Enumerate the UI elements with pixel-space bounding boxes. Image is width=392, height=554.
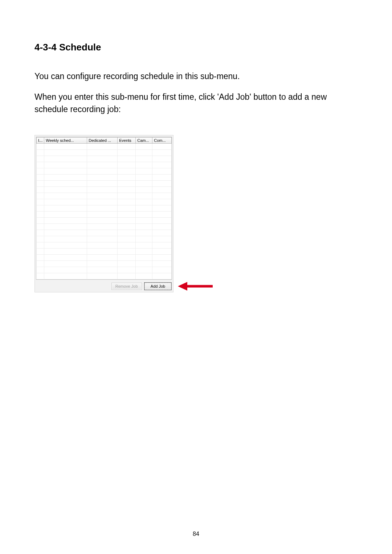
table-cell: [152, 267, 172, 273]
table-cell: [87, 150, 118, 156]
table-cell: [37, 273, 44, 279]
page-number: 84: [0, 531, 392, 537]
col-header-weekly[interactable]: Weekly sched...: [44, 138, 87, 144]
table-cell: [118, 162, 136, 168]
table-cell: [87, 168, 118, 175]
table-cell: [152, 150, 172, 156]
col-header-com[interactable]: Com...: [152, 138, 172, 144]
table-cell: [87, 162, 118, 168]
table-cell: [118, 249, 136, 255]
table-cell: [44, 156, 87, 162]
table-cell: [37, 267, 44, 273]
table-cell: [87, 255, 118, 261]
table-cell: [118, 144, 136, 150]
table-cell: [152, 193, 172, 199]
table-cell: [37, 199, 44, 205]
table-row: [37, 144, 172, 150]
schedule-table: I... Weekly sched... Dedicated ... Event…: [36, 137, 172, 279]
table-cell: [37, 175, 44, 181]
table-cell: [44, 150, 87, 156]
table-cell: [37, 230, 44, 236]
table-row: [37, 150, 172, 156]
table-cell: [44, 199, 87, 205]
table-cell: [118, 261, 136, 267]
table-row: [37, 267, 172, 273]
table-cell: [136, 144, 152, 150]
table-cell: [152, 273, 172, 279]
table-cell: [136, 199, 152, 205]
table-cell: [44, 205, 87, 212]
table-cell: [87, 242, 118, 249]
table-cell: [44, 242, 87, 249]
table-cell: [136, 224, 152, 230]
table-cell: [152, 187, 172, 193]
table-cell: [136, 193, 152, 199]
table-cell: [44, 267, 87, 273]
table-cell: [118, 150, 136, 156]
table-cell: [136, 218, 152, 224]
col-header-cam[interactable]: Cam...: [136, 138, 152, 144]
table-row: [37, 181, 172, 187]
table-cell: [136, 236, 152, 242]
table-cell: [136, 249, 152, 255]
svg-marker-1: [178, 282, 187, 291]
table-row: [37, 187, 172, 193]
table-cell: [37, 218, 44, 224]
table-cell: [44, 249, 87, 255]
table-cell: [44, 224, 87, 230]
table-cell: [87, 193, 118, 199]
table-row: [37, 255, 172, 261]
table-cell: [136, 261, 152, 267]
table-cell: [87, 236, 118, 242]
table-row: [37, 218, 172, 224]
table-cell: [152, 230, 172, 236]
table-cell: [44, 212, 87, 218]
table-cell: [118, 168, 136, 175]
table-cell: [44, 175, 87, 181]
table-cell: [44, 168, 87, 175]
table-cell: [118, 187, 136, 193]
table-cell: [118, 218, 136, 224]
table-cell: [136, 168, 152, 175]
table-cell: [37, 255, 44, 261]
table-cell: [136, 267, 152, 273]
table-row: [37, 193, 172, 199]
table-row: [37, 168, 172, 175]
col-header-dedicated[interactable]: Dedicated ...: [87, 138, 118, 144]
table-cell: [87, 156, 118, 162]
section-heading: 4-3-4 Schedule: [34, 42, 358, 53]
col-header-index[interactable]: I...: [37, 138, 44, 144]
table-cell: [37, 249, 44, 255]
table-row: [37, 273, 172, 279]
table-cell: [87, 212, 118, 218]
table-cell: [87, 261, 118, 267]
table-cell: [152, 162, 172, 168]
table-cell: [152, 255, 172, 261]
table-cell: [87, 199, 118, 205]
table-cell: [152, 205, 172, 212]
table-cell: [37, 168, 44, 175]
table-cell: [37, 187, 44, 193]
table-cell: [87, 273, 118, 279]
table-row: [37, 162, 172, 168]
add-job-button[interactable]: Add Job: [144, 283, 171, 290]
table-cell: [44, 162, 87, 168]
table-cell: [118, 267, 136, 273]
table-cell: [152, 199, 172, 205]
arrow-left-icon: [177, 281, 213, 292]
col-header-events[interactable]: Events: [118, 138, 136, 144]
table-cell: [152, 181, 172, 187]
table-header-row: I... Weekly sched... Dedicated ... Event…: [37, 138, 172, 144]
schedule-panel-screenshot: I... Weekly sched... Dedicated ... Event…: [34, 135, 173, 292]
paragraph-2: When you enter this sub-menu for first t…: [34, 91, 358, 115]
button-row: Remove Job Add Job: [36, 280, 172, 291]
table-row: [37, 236, 172, 242]
table-cell: [152, 144, 172, 150]
table-cell: [87, 205, 118, 212]
table-body: [37, 144, 172, 279]
table-cell: [118, 273, 136, 279]
table-row: [37, 175, 172, 181]
table-cell: [136, 162, 152, 168]
table-cell: [152, 218, 172, 224]
table-cell: [136, 150, 152, 156]
